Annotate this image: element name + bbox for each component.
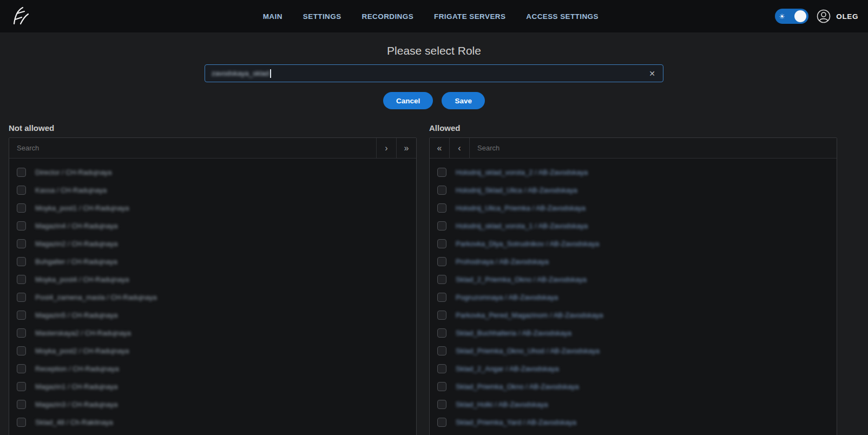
item-label: Moyka_post4 / CH-Radujnaya xyxy=(35,275,129,284)
list-item[interactable]: Magazin4 / CH-Radujnaya xyxy=(9,217,416,235)
item-checkbox[interactable] xyxy=(17,293,26,302)
nav-link[interactable]: SETTINGS xyxy=(303,12,341,21)
item-checkbox[interactable] xyxy=(17,275,26,284)
list-item[interactable]: Holodnij_Sklad_Ulica / AB-Zavodskaya xyxy=(430,181,837,199)
role-input-value: zavodskaya_sklad xyxy=(212,69,269,77)
list-item[interactable]: Sklad_Priemka_Okno / AB-Zavodskaya xyxy=(430,378,837,396)
item-label: Director / CH-Radujnaya xyxy=(35,168,112,176)
save-button[interactable]: Save xyxy=(442,92,485,109)
nav-link[interactable]: RECORDINGS xyxy=(362,12,414,21)
item-checkbox[interactable] xyxy=(17,328,26,338)
list-item[interactable]: Pogruzomnaya / AB-Zavodskaya xyxy=(430,288,837,306)
list-item[interactable]: Moyka_post2 / CH-Radujnaya xyxy=(9,342,416,360)
role-input[interactable]: zavodskaya_sklad ✕ xyxy=(205,64,663,82)
move-left-button[interactable]: ‹ xyxy=(450,138,470,158)
item-checkbox[interactable] xyxy=(17,364,26,373)
item-checkbox[interactable] xyxy=(437,418,446,427)
item-checkbox[interactable] xyxy=(437,311,446,320)
list-item[interactable]: Reception / CH-Radujnaya xyxy=(9,360,416,378)
list-item[interactable]: Sklad_2_Angar / AB-Zavodskaya xyxy=(430,360,837,378)
list-item[interactable]: Magazin3 / CH-Radujnaya xyxy=(9,396,416,413)
nav-link[interactable]: ACCESS SETTINGS xyxy=(526,12,599,21)
list-item[interactable]: Parkovka_Pered_Magazinom / AB-Zavodskaya xyxy=(430,306,837,324)
action-row: Cancel Save xyxy=(0,92,868,109)
list-item[interactable]: Moyka_post1 / CH-Radujnaya xyxy=(9,199,416,217)
navbar-right: ☀ OLEG xyxy=(775,9,858,24)
item-label: Sklad_Priemka_Okno_Uhod / AB-Zavodskaya xyxy=(456,347,600,355)
cancel-button[interactable]: Cancel xyxy=(383,92,433,109)
not-allowed-title: Not allowed xyxy=(9,123,417,133)
item-checkbox[interactable] xyxy=(17,203,26,213)
item-checkbox[interactable] xyxy=(17,346,26,355)
list-item[interactable]: Masterskaya2 / CH-Radujnaya xyxy=(9,324,416,342)
list-item[interactable]: Sklad_48 / Ch-Rakitnaya xyxy=(9,413,416,431)
item-checkbox[interactable] xyxy=(437,168,446,177)
list-item[interactable]: Sklad_Priemka_Okno_Uhod / AB-Zavodskaya xyxy=(430,342,837,360)
list-item[interactable]: Kassa / CH-Radujnaya xyxy=(9,181,416,199)
main-nav: MAIN SETTINGS RECORDINGS FRIGATE SERVERS… xyxy=(263,0,599,32)
list-item[interactable]: Sklad_Buchhalteria / AB-Zavodskaya xyxy=(430,324,837,342)
list-item[interactable]: Prohodnaya / AB-Zavodskaya xyxy=(430,253,837,271)
item-label: Sklad_2_Priemka_Okno / AB-Zavodskaya xyxy=(456,275,587,284)
top-navbar: MAIN SETTINGS RECORDINGS FRIGATE SERVERS… xyxy=(0,0,868,32)
item-label: Sklad_Buchhalteria / AB-Zavodskaya xyxy=(456,329,571,337)
app-logo[interactable] xyxy=(10,5,32,28)
move-right-button[interactable]: › xyxy=(376,138,396,158)
not-allowed-panel: › » Director / CH-Radujnaya Kassa / CH-R… xyxy=(9,137,417,435)
item-checkbox[interactable] xyxy=(437,382,446,391)
clear-input-icon[interactable]: ✕ xyxy=(647,68,657,79)
item-checkbox[interactable] xyxy=(437,221,446,230)
item-checkbox[interactable] xyxy=(437,275,446,284)
item-label: Holodnij_sklad_vorota_2 / AB-Zavodskaya xyxy=(456,168,588,176)
item-checkbox[interactable] xyxy=(437,293,446,302)
move-all-right-button[interactable]: » xyxy=(396,138,416,158)
item-checkbox[interactable] xyxy=(437,239,446,248)
item-checkbox[interactable] xyxy=(17,311,26,320)
item-checkbox[interactable] xyxy=(437,257,446,266)
allowed-header: « ‹ xyxy=(430,138,837,159)
item-checkbox[interactable] xyxy=(437,346,446,355)
item-label: Parkovka_Dlya_Sotrudnikov / AB-Zavodskay… xyxy=(456,240,599,248)
item-checkbox[interactable] xyxy=(17,221,26,230)
item-checkbox[interactable] xyxy=(17,382,26,391)
item-checkbox[interactable] xyxy=(437,186,446,195)
item-label: Sklad_2_Angar / AB-Zavodskaya xyxy=(456,365,559,373)
list-item[interactable]: Buhgalter / CH-Radujnaya xyxy=(9,253,416,271)
list-item[interactable]: Director / CH-Radujnaya xyxy=(9,163,416,181)
allowed-list: Holodnij_sklad_vorota_2 / AB-Zavodskaya … xyxy=(430,159,837,431)
list-item[interactable]: Magazin1 / CH-Radujnaya xyxy=(9,378,416,396)
list-item[interactable]: Sklad_2_Priemka_Okno / AB-Zavodskaya xyxy=(430,271,837,288)
theme-toggle[interactable]: ☀ xyxy=(775,9,808,24)
list-item[interactable]: Post4_zamena_masla / CH-Radujnaya xyxy=(9,288,416,306)
list-item[interactable]: Sklad_Holki / AB-Zavodskaya xyxy=(430,396,837,413)
list-item[interactable]: Holodnij_sklad_vorota_1 / AB-Zavodskaya xyxy=(430,217,837,235)
item-checkbox[interactable] xyxy=(17,418,26,427)
list-item[interactable]: Magazin5 / CH-Radujnaya xyxy=(9,306,416,324)
move-all-left-button[interactable]: « xyxy=(430,138,450,158)
item-label: Holodnij_sklad_vorota_1 / AB-Zavodskaya xyxy=(456,222,588,230)
list-item[interactable]: Parkovka_Dlya_Sotrudnikov / AB-Zavodskay… xyxy=(430,235,837,253)
item-checkbox[interactable] xyxy=(17,400,26,409)
nav-link[interactable]: FRIGATE SERVERS xyxy=(434,12,505,21)
list-item[interactable]: Sklad_Priemka_Yard / AB-Zavodskaya xyxy=(430,413,837,431)
item-checkbox[interactable] xyxy=(17,257,26,266)
user-menu[interactable]: OLEG xyxy=(817,9,858,23)
item-label: Magazin2 / CH-Radujnaya xyxy=(35,240,117,248)
allowed-search-input[interactable] xyxy=(470,138,837,158)
item-checkbox[interactable] xyxy=(437,364,446,373)
item-label: Sklad_Priemka_Yard / AB-Zavodskaya xyxy=(456,418,576,426)
list-item[interactable]: Moyka_post4 / CH-Radujnaya xyxy=(9,271,416,288)
nav-link[interactable]: MAIN xyxy=(263,12,282,21)
not-allowed-search-input[interactable] xyxy=(9,138,376,158)
item-checkbox[interactable] xyxy=(17,186,26,195)
item-checkbox[interactable] xyxy=(437,328,446,338)
item-label: Pogruzomnaya / AB-Zavodskaya xyxy=(456,293,558,301)
list-item[interactable]: Holodnij_sklad_vorota_2 / AB-Zavodskaya xyxy=(430,163,837,181)
list-item[interactable]: Holodnij_Ulica_Priemka / AB-Zavodskaya xyxy=(430,199,837,217)
item-checkbox[interactable] xyxy=(17,168,26,177)
item-checkbox[interactable] xyxy=(437,400,446,409)
list-item[interactable]: Magazin2 / CH-Radujnaya xyxy=(9,235,416,253)
allowed-panel: « ‹ Holodnij_sklad_vorota_2 / AB-Zavodsk… xyxy=(429,137,837,435)
item-checkbox[interactable] xyxy=(17,239,26,248)
item-checkbox[interactable] xyxy=(437,203,446,213)
